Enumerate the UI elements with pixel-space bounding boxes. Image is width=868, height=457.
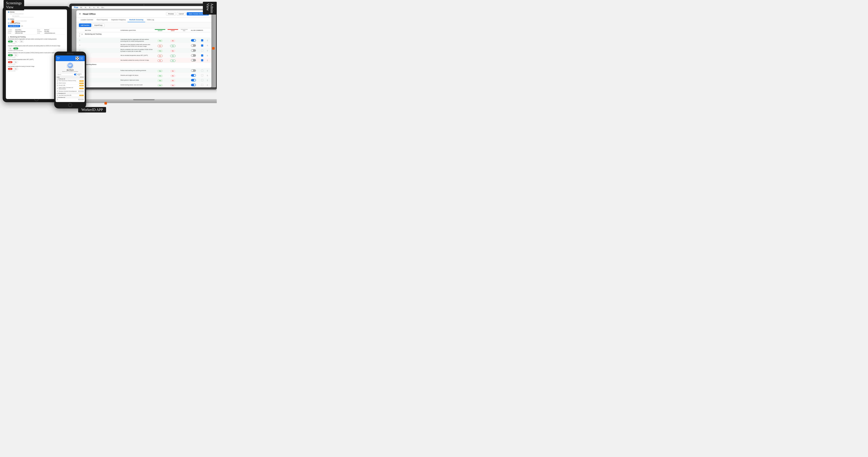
phone-toggle[interactable] [74,74,77,75]
q6-checkbox[interactable] [201,69,203,72]
tab-form-frequency[interactable]: Form Frequency [95,18,110,22]
radio-delivery-circle[interactable] [8,22,9,24]
q4-delete-button[interactable]: 🗑 [205,55,210,57]
phone-list-header: NAME STATUS [56,76,85,78]
email-value: safety@fivehats.com [44,32,55,34]
q4-grant-cell[interactable]: No [154,54,166,57]
add-section-button[interactable]: Add Section [79,24,91,27]
q2-grant-cell[interactable]: No [154,44,166,47]
nav-forms[interactable]: N... [85,7,87,8]
q4-toggle[interactable] [191,54,196,57]
cert5-item: Workplace Orientation Acknowledgement Co… [56,90,85,92]
q2-yes-btn[interactable]: Yes [13,48,18,50]
q2-drag-handle[interactable]: ⠿ [78,45,81,47]
tab-worksite-screening[interactable]: Worksite Screening [128,18,145,22]
site-inspection-input[interactable] [12,15,34,17]
nav-worksites[interactable]: W... [80,7,83,8]
q4-checkbox[interactable]: ✓ [201,54,203,57]
tab-location-overview[interactable]: Location Overview [79,18,95,22]
q3-toggle[interactable] [191,49,196,52]
q6-toggle[interactable] [191,69,196,72]
q8-delete-button[interactable]: 🗑 [205,79,210,81]
q9-deny-cell[interactable]: No [166,83,179,87]
import-copy-button[interactable]: Import/Copy [92,24,104,27]
radio-worker-circle[interactable] [8,11,9,13]
radio-worker-row[interactable]: Worker [8,11,65,13]
q7-grant-cell[interactable]: Yes [154,74,166,77]
q8-checkbox[interactable] [201,79,203,81]
tab-inspection-frequency[interactable]: Inspection Frequency [110,18,127,22]
q5-text-modal: Has travelled outside the country in the… [120,59,154,61]
q1-checkbox[interactable]: ✓ [201,39,203,41]
q3-no-btn[interactable]: No [13,54,18,56]
q7-toggle[interactable] [191,74,196,77]
q7-deny-cell[interactable]: No [166,74,179,77]
phone-search-input[interactable] [57,74,73,76]
q1-drag-handle[interactable]: ⠿ [78,39,81,41]
q5-grant-cell[interactable]: No [154,59,166,62]
q5-no-btn[interactable]: No [8,68,12,70]
app-bar: Five W... N... E... A... P... Co... U... [72,6,216,9]
q5-yes-btn[interactable]: Yes [13,68,18,70]
section1-delete-button[interactable]: 🗑 [78,35,81,37]
section1-drag-handle[interactable]: ⠿ [78,33,81,35]
cancel-button[interactable]: Cancel [177,12,186,16]
q4-no-btn[interactable]: No [8,61,12,63]
phone-home-button[interactable] [68,103,72,107]
q2-toggle[interactable] [191,44,196,47]
q5-toggle[interactable] [191,59,196,61]
radio-visitor-row[interactable]: Visitor [8,18,65,20]
q9-grant-cell[interactable]: Yes [154,83,166,87]
q2-deny-cell[interactable]: Yes [166,44,179,47]
q5-delete-button[interactable]: 🗑 [205,59,210,61]
q3-delete-button[interactable]: 🗑 [205,50,210,52]
q5-deny-cell[interactable]: Yes [166,59,179,62]
q3-grant-cell[interactable]: Yes [154,49,166,52]
nav-reports[interactable]: P... [97,7,100,8]
question-row-1: ⠿ Understands that the organization will… [76,38,211,43]
q2-checkbox[interactable]: ✓ [201,45,203,47]
nav-access[interactable]: A... [93,7,96,8]
q6-delete-button[interactable]: 🗑 [205,70,210,72]
q1-na-btn[interactable]: N/A [19,40,24,42]
q1-deny-cell[interactable]: No [166,39,179,42]
q9-toggle[interactable] [191,84,196,86]
q4-yes-btn[interactable]: Yes [13,61,18,63]
q4-deny-cell[interactable]: Yes [166,54,179,57]
q5-checkbox[interactable]: ✓ [201,59,203,61]
q1-delete-button[interactable]: 🗑 [205,39,210,41]
q7-checkbox[interactable] [201,74,203,77]
q3-yes-btn[interactable]: Yes [8,54,13,56]
q3-checkbox[interactable] [201,50,203,52]
q8-grant-cell[interactable]: Yes [154,79,166,82]
q8-deny-cell[interactable]: No [166,79,179,82]
radio-delivery-row[interactable]: Delivery/Pickup [8,22,65,24]
preview-button[interactable]: Preview [166,12,176,16]
q1-grant-cell[interactable]: Yes [154,39,166,42]
scan-worker-id-button[interactable]: Scan Worker ID [8,25,20,27]
q1-yes-btn[interactable]: Yes [8,40,13,42]
q9-delete-button[interactable]: 🗑 [205,84,210,86]
section1-chevron[interactable]: ▲ [81,33,85,35]
q3-drag-handle[interactable]: ⠿ [78,50,81,52]
q6-grant-cell[interactable]: Yes [154,69,166,72]
tab-visitor-log[interactable]: Visitor Log [145,18,156,22]
nav-co[interactable]: Co... [101,7,105,8]
modal-close-button[interactable]: ✕ [79,12,81,15]
radio-visitor-circle[interactable] [8,19,9,20]
question-row-6: ⠿ Follows hand washing and sanitizing pr… [76,68,211,73]
q3-deny-cell[interactable]: No [166,49,179,52]
q2-delete-button[interactable]: 🗑 [205,45,210,47]
q9-checkbox[interactable] [201,84,203,86]
q1-toggle[interactable] [191,39,196,41]
q7-delete-button[interactable]: 🗑 [205,75,210,77]
cert5-badge: Completed [78,91,84,92]
q1-no-btn[interactable]: No [13,40,18,42]
enlarge-button[interactable]: ⤢ [80,57,83,60]
nav-employees[interactable]: E... [89,7,92,8]
q8-toggle[interactable] [191,79,196,81]
q6-deny-cell[interactable]: No [166,69,179,72]
laptop-device: Five W... N... E... A... P... Co... U... [69,4,217,103]
q1-text: Understands that the organization will t… [8,38,65,40]
q2-no-btn[interactable]: No [8,47,12,50]
